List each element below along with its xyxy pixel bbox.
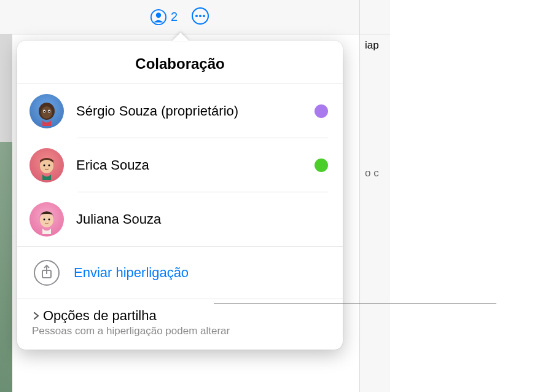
inspector-panel: iap o c — [359, 0, 390, 392]
more-ellipsis-icon — [191, 7, 209, 25]
avatar — [29, 148, 64, 182]
memoji-icon — [34, 154, 60, 180]
svg-point-5 — [203, 15, 205, 17]
more-button[interactable] — [191, 7, 209, 28]
collaborator-name: Erica Souza — [76, 157, 302, 173]
svg-point-11 — [49, 111, 50, 112]
inspector-text-fragment: o c — [365, 167, 379, 179]
person-count: 2 — [171, 10, 178, 24]
chevron-right-icon — [32, 312, 41, 320]
popover-title: Colaboração — [17, 41, 343, 84]
share-options-row[interactable]: Opções de partilha Pessoas com a hiperli… — [17, 299, 343, 350]
svg-point-15 — [40, 213, 53, 227]
collaborator-row[interactable]: Erica Souza — [17, 138, 343, 192]
collaborator-name: Juliana Souza — [76, 211, 328, 227]
inspector-tab-fragment: iap — [365, 39, 379, 52]
send-link-label: Enviar hiperligação — [74, 265, 189, 281]
annotation-callout-line — [214, 304, 496, 304]
status-dot — [315, 104, 328, 118]
popover-arrow — [172, 33, 189, 41]
svg-point-13 — [44, 164, 45, 166]
svg-point-4 — [199, 15, 201, 17]
svg-point-17 — [49, 218, 50, 220]
collaborator-row[interactable]: Juliana Souza — [17, 192, 343, 246]
collaborator-row[interactable]: Sérgio Souza (proprietário) — [17, 84, 343, 138]
share-options-subtitle: Pessoas com a hiperligação podem alterar — [32, 325, 328, 337]
avatar — [29, 94, 64, 128]
avatar — [29, 202, 64, 237]
share-icon — [32, 258, 61, 288]
svg-point-1 — [156, 12, 161, 17]
svg-point-10 — [44, 111, 45, 112]
memoji-icon — [34, 100, 60, 126]
slide-thumbnail-strip — [0, 34, 12, 392]
svg-point-14 — [49, 164, 50, 166]
memoji-icon — [34, 208, 60, 234]
collaborator-name: Sérgio Souza (proprietário) — [76, 103, 302, 119]
svg-point-7 — [41, 106, 52, 119]
toolbar: 2 — [0, 0, 359, 34]
collaboration-button[interactable]: 2 — [150, 9, 178, 26]
share-options-label: Opções de partilha — [43, 308, 157, 324]
inspector-header — [360, 0, 390, 34]
share-options-header: Opções de partilha — [32, 308, 328, 324]
send-link-row[interactable]: Enviar hiperligação — [17, 246, 343, 299]
person-circle-icon — [150, 9, 167, 26]
svg-point-16 — [44, 218, 45, 220]
svg-point-3 — [195, 15, 198, 17]
status-dot — [315, 159, 328, 172]
